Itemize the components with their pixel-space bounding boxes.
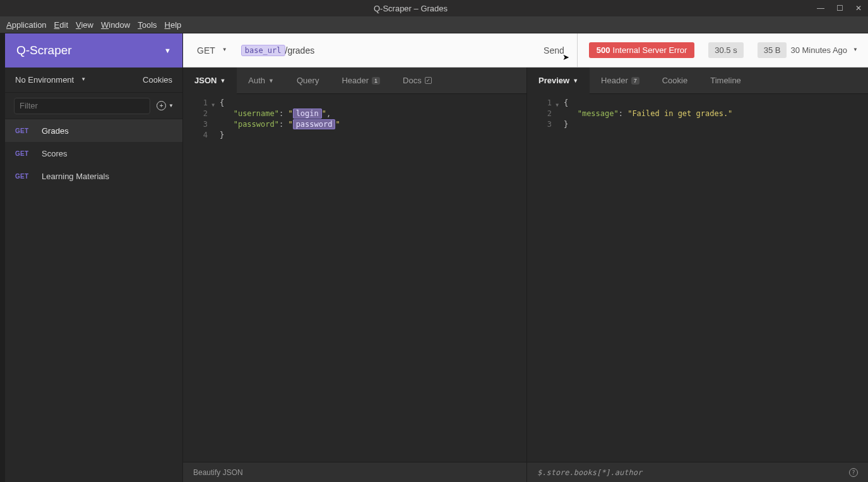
sidebar: Q-Scraper ▼ No Environment Cookies + ▼ G… [5, 33, 183, 482]
method-select[interactable]: GET [191, 45, 234, 56]
tab-header-res[interactable]: Header 7 [590, 68, 651, 93]
request-tabs: JSON▼ Auth▼ Query Header 1 [183, 68, 526, 94]
menu-application[interactable]: Application [6, 20, 47, 30]
request-list: GET Grades GET Scores GET Learning Mater… [5, 119, 182, 482]
beautify-button[interactable]: Beautify JSON [193, 468, 243, 477]
menubar: Application Edit View Window Tools Help [0, 16, 868, 33]
response-panel: Preview▼ Header 7 Cookie Timeline [527, 68, 868, 482]
response-tabs: Preview▼ Header 7 Cookie Timeline [527, 68, 868, 94]
request-name: Grades [42, 126, 69, 136]
request-body-editor[interactable]: 1▼ 2 3 4 { "username": "login", "passwor… [183, 94, 526, 462]
url-input[interactable]: base_url /grades [237, 45, 531, 56]
chevron-down-icon: ▼ [164, 47, 171, 54]
send-button[interactable]: Send ➤ [535, 42, 573, 59]
titlebar: Q-Scraper – Grades — ☐ ✕ [0, 0, 868, 16]
tab-cookie[interactable]: Cookie [651, 68, 699, 93]
plus-icon: + [157, 101, 166, 110]
status-badge: 500 Internal Server Error [589, 42, 694, 58]
environment-selector[interactable]: No Environment [15, 75, 86, 85]
method-badge: GET [15, 150, 32, 157]
url-variable: base_url [241, 45, 285, 56]
response-size: 35 B [758, 42, 787, 58]
workspace-name: Q-Scraper [16, 44, 72, 57]
urlbar: GET base_url /grades Send ➤ 500 Internal… [183, 33, 868, 68]
response-footer: $.store.books[*].author ? [527, 462, 868, 482]
divider [577, 33, 578, 68]
method-badge: GET [15, 127, 32, 134]
menu-help[interactable]: Help [165, 20, 182, 30]
sidebar-item-scores[interactable]: GET Scores [5, 142, 182, 165]
menu-window[interactable]: Window [101, 20, 130, 30]
check-icon: ✓ [425, 77, 432, 84]
request-name: Scores [42, 149, 67, 158]
response-body-viewer[interactable]: 1▼ 2 3 { "message": "Failed in get grade… [527, 94, 868, 462]
cursor-icon: ➤ [562, 52, 569, 62]
tab-query[interactable]: Query [285, 68, 330, 93]
minimize-icon[interactable]: — [816, 4, 825, 13]
sidebar-item-learning-materials[interactable]: GET Learning Materials [5, 165, 182, 187]
sidebar-item-grades[interactable]: GET Grades [5, 119, 182, 142]
filter-input[interactable] [14, 98, 150, 114]
menu-edit[interactable]: Edit [54, 20, 68, 30]
maximize-icon[interactable]: ☐ [835, 4, 844, 13]
jsonpath-hint[interactable]: $.store.books[*].author [537, 468, 642, 477]
help-icon[interactable]: ? [849, 468, 858, 477]
url-path: /grades [285, 45, 315, 56]
request-name: Learning Materials [42, 172, 109, 181]
add-request-button[interactable]: + ▼ [157, 101, 174, 110]
request-panel: JSON▼ Auth▼ Query Header 1 [183, 68, 527, 482]
method-badge: GET [15, 173, 32, 180]
close-icon[interactable]: ✕ [854, 4, 863, 13]
workspace-header[interactable]: Q-Scraper ▼ [5, 33, 182, 68]
menu-view[interactable]: View [76, 20, 93, 30]
tab-json[interactable]: JSON▼ [183, 68, 237, 93]
response-time: 30.5 s [708, 42, 743, 58]
window-title: Q-Scraper – Grades [5, 4, 816, 13]
history-dropdown[interactable]: 30 Minutes Ago [790, 45, 858, 55]
tab-auth[interactable]: Auth▼ [237, 68, 285, 93]
request-footer: Beautify JSON [183, 462, 526, 482]
tab-timeline[interactable]: Timeline [699, 68, 752, 93]
tab-docs[interactable]: Docs ✓ [391, 68, 443, 93]
tab-preview[interactable]: Preview▼ [527, 68, 590, 93]
menu-tools[interactable]: Tools [138, 20, 157, 30]
cookies-link[interactable]: Cookies [143, 75, 172, 85]
tab-header-req[interactable]: Header 1 [330, 68, 391, 93]
